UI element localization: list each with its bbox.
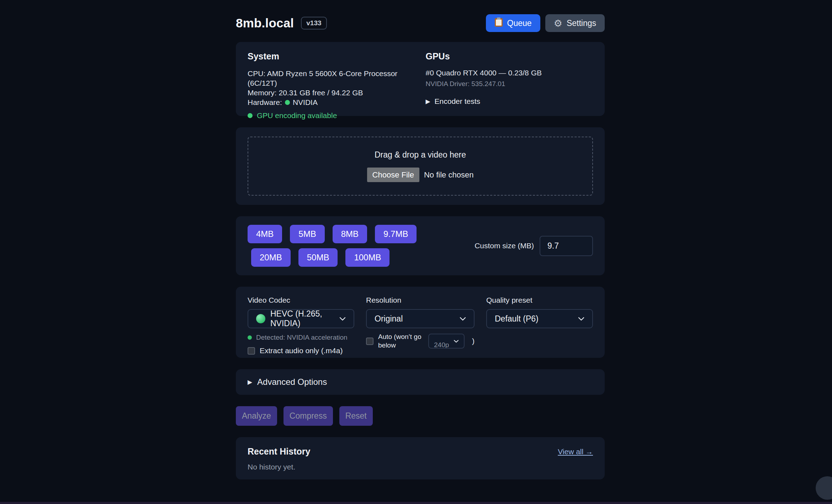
quality-selected-value: Default (P6) (495, 314, 539, 324)
header-buttons: Queue ⚙ Settings (486, 14, 605, 32)
file-chosen-status: No file chosen (424, 170, 473, 180)
auto-floor-label: Auto (won’t go below (378, 333, 424, 350)
history-empty-text: No history yet. (248, 463, 593, 471)
main-content: 8mb.local v133 Queue ⚙ Settings (236, 0, 605, 479)
hardware-info: Hardware:NVIDIA (248, 97, 415, 107)
choose-file-button[interactable]: Choose File (367, 168, 419, 182)
preset-row-1: 4MB 5MB 8MB 9.7MB (248, 225, 417, 243)
queue-button-label: Queue (507, 18, 532, 28)
custom-size-input[interactable] (540, 236, 593, 256)
upload-card: Drag & drop a video here Choose File No … (236, 127, 605, 205)
codec-selected-value: HEVC (H.265, NVIDIA) (270, 309, 339, 328)
preset-button-9-7mb[interactable]: 9.7MB (375, 225, 417, 243)
codec-detected-status: Detected: NVIDIA acceleration (248, 334, 354, 341)
chevron-down-icon (460, 317, 466, 321)
system-gpus-card: System CPU: AMD Ryzen 5 5600X 6-Core Pro… (236, 42, 605, 116)
analyze-button[interactable]: Analyze (236, 406, 277, 426)
quality-preset-label: Quality preset (486, 296, 593, 304)
chevron-down-icon (339, 317, 346, 321)
green-status-dot (285, 100, 290, 105)
green-status-dot (248, 113, 253, 118)
chevron-down-icon (454, 340, 459, 343)
custom-size-label: Custom size (MB) (475, 242, 534, 250)
quality-preset-select[interactable]: Default (P6) (486, 309, 593, 328)
compress-button[interactable]: Compress (283, 406, 333, 426)
settings-button-label: Settings (567, 18, 596, 28)
system-panel: System CPU: AMD Ryzen 5 5600X 6-Core Pro… (248, 51, 415, 120)
gear-icon: ⚙ (554, 18, 562, 28)
action-buttons: Analyze Compress Reset (236, 406, 605, 426)
green-dot-icon (248, 335, 252, 340)
preset-button-5mb[interactable]: 5MB (290, 225, 324, 243)
version-badge: v133 (301, 17, 327, 30)
header: 8mb.local v133 Queue ⚙ Settings (236, 0, 605, 32)
extract-audio-row: Extract audio only (.m4a) (248, 346, 354, 355)
green-circle-icon (256, 314, 265, 323)
title-group: 8mb.local v133 (236, 16, 327, 30)
codec-label: Video Codec (248, 296, 354, 304)
gpu-encoding-status: GPU encoding available (248, 111, 415, 120)
codec-column: Video Codec HEVC (H.265, NVIDIA) Detecte… (248, 296, 354, 355)
floating-corner-button[interactable] (816, 476, 832, 500)
disclosure-triangle-icon: ▶ (426, 98, 430, 105)
codec-select[interactable]: HEVC (H.265, NVIDIA) (248, 309, 354, 328)
chevron-down-icon (578, 317, 584, 321)
bottom-edge-strip (0, 502, 832, 504)
gpus-heading: GPUs (426, 51, 593, 62)
gpu-info: #0 Quadro RTX 4000 — 0.23/8 GB (426, 69, 593, 77)
resolution-selected-value: Original (375, 314, 403, 324)
preset-button-8mb[interactable]: 8MB (333, 225, 367, 243)
advanced-options-label: Advanced Options (257, 377, 327, 387)
clipboard-icon (494, 17, 503, 29)
quality-column: Quality preset Default (P6) (486, 296, 593, 355)
file-input-row: Choose File No file chosen (367, 168, 474, 182)
resolution-select[interactable]: Original (366, 309, 475, 328)
preset-button-100mb[interactable]: 100MB (345, 248, 389, 267)
auto-floor-select[interactable]: 240p (428, 334, 465, 349)
encoder-tests-label: Encoder tests (435, 97, 480, 106)
disclosure-triangle-icon: ▶ (248, 378, 252, 386)
custom-size-group: Custom size (MB) (475, 236, 593, 256)
resolution-column: Resolution Original Auto (won’t go below… (366, 296, 475, 355)
reset-button[interactable]: Reset (339, 406, 373, 426)
encoder-tests-toggle[interactable]: ▶ Encoder tests (426, 97, 593, 106)
settings-button[interactable]: ⚙ Settings (545, 14, 605, 32)
encoding-options-card: Video Codec HEVC (H.265, NVIDIA) Detecte… (236, 287, 605, 358)
memory-info: Memory: 20.31 GB free / 94.22 GB (248, 88, 415, 97)
cpu-info: CPU: AMD Ryzen 5 5600X 6-Core Processor … (248, 69, 415, 88)
queue-button[interactable]: Queue (486, 14, 540, 32)
dropzone[interactable]: Drag & drop a video here Choose File No … (248, 137, 593, 196)
driver-info: NVIDIA Driver: 535.247.01 (426, 80, 593, 88)
extract-audio-label: Extract audio only (.m4a) (260, 346, 343, 355)
advanced-options-toggle[interactable]: ▶ Advanced Options (236, 369, 605, 395)
gpus-panel: GPUs #0 Quadro RTX 4000 — 0.23/8 GB NVID… (426, 51, 593, 120)
preset-button-4mb[interactable]: 4MB (248, 225, 282, 243)
preset-row-2: 20MB 50MB 100MB (251, 248, 417, 267)
extract-audio-checkbox[interactable] (248, 347, 255, 355)
view-all-link[interactable]: View all → (558, 447, 593, 456)
auto-floor-checkbox[interactable] (366, 338, 373, 345)
dropzone-prompt: Drag & drop a video here (375, 150, 466, 160)
preset-button-20mb[interactable]: 20MB (251, 248, 291, 267)
page-title: 8mb.local (236, 16, 294, 30)
auto-floor-row: Auto (won’t go below 240p ) (366, 333, 475, 350)
resolution-label: Resolution (366, 296, 475, 304)
history-heading: Recent History (248, 446, 310, 457)
preset-button-50mb[interactable]: 50MB (298, 248, 338, 267)
auto-floor-value: 240p (434, 334, 449, 349)
system-heading: System (248, 51, 415, 62)
size-presets-card: 4MB 5MB 8MB 9.7MB 20MB 50MB 100MB Custom… (236, 216, 605, 275)
preset-buttons: 4MB 5MB 8MB 9.7MB 20MB 50MB 100MB (248, 225, 417, 267)
auto-floor-suffix: ) (472, 337, 475, 345)
recent-history-card: Recent History View all → No history yet… (236, 437, 605, 479)
